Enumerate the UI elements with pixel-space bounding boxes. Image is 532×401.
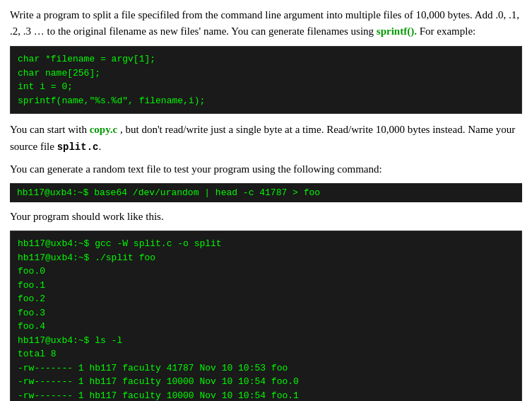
output-line-8: total 8 [18, 347, 514, 361]
command-line-block: hb117@uxb4:~$ base64 /dev/urandom | head… [10, 183, 522, 202]
intro-paragraph4: Your program should work like this. [10, 208, 522, 225]
code-line-3: int i = 0; [18, 80, 514, 94]
intro-paragraph3: You can generate a random text file to t… [10, 161, 522, 178]
main-content: Write a program to split a file specifil… [10, 7, 522, 401]
output-line-10: -rw------- 1 hb117 faculty 10000 Nov 10 … [18, 375, 514, 389]
code-line-1: char *filename = argv[1]; [18, 52, 514, 66]
output-line-6: foo.4 [18, 320, 514, 334]
sprintf-link[interactable]: sprintf(). [377, 25, 417, 37]
output-line-4: foo.2 [18, 292, 514, 306]
intro-text-1-end: For example: [417, 25, 475, 37]
output-line-11: -rw------- 1 hb117 faculty 10000 Nov 10 … [18, 389, 514, 401]
code-line-4: sprintf(name,"%s.%d", filename,i); [18, 94, 514, 108]
output-line-5: foo.3 [18, 306, 514, 320]
intro-paragraph1: Write a program to split a file specifil… [10, 7, 522, 39]
copyc-link[interactable]: copy.c [90, 124, 118, 135]
paragraph2-end2: . [98, 141, 101, 152]
code-block-sprintf: char *filename = argv[1]; char name[256]… [10, 46, 522, 114]
output-line-1: hb117@uxb4:~$ ./split foo [18, 251, 514, 265]
output-line-9: -rw------- 1 hb117 faculty 41787 Nov 10 … [18, 361, 514, 376]
output-block: hb117@uxb4:~$ gcc -W split.c -o split hb… [10, 231, 522, 401]
intro-paragraph2: You can start with copy.c , but don't re… [10, 121, 522, 155]
paragraph2-start: You can start with [10, 124, 90, 135]
output-line-2: foo.0 [18, 265, 514, 279]
output-line-7: hb117@uxb4:~$ ls -l [18, 334, 514, 348]
code-line-2: char name[256]; [18, 66, 514, 81]
splitc-bold: split.c [57, 141, 99, 153]
output-line-3: foo.1 [18, 279, 514, 293]
output-line-0: hb117@uxb4:~$ gcc -W split.c -o split [18, 237, 514, 251]
